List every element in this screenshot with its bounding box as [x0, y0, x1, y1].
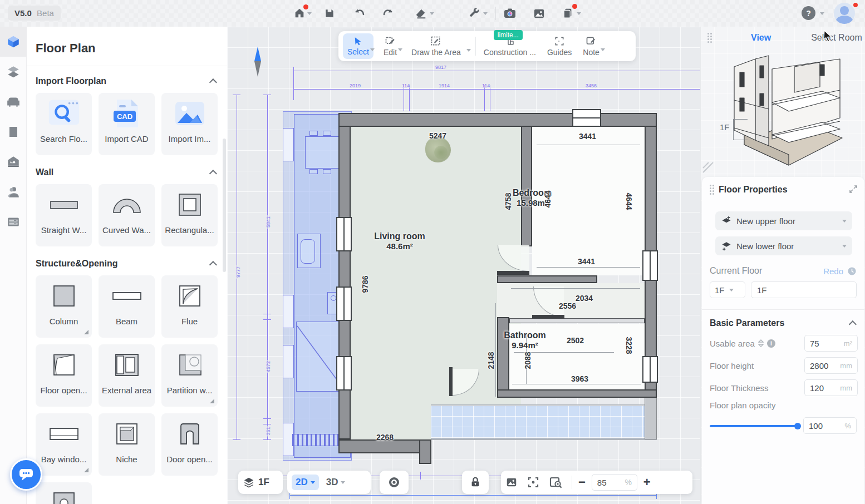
rail-item-people[interactable]: [0, 177, 27, 207]
floor-thickness-value[interactable]: [810, 383, 835, 393]
window-left-1[interactable]: [336, 217, 352, 251]
hall-door-leaf[interactable]: [532, 315, 564, 319]
usable-area-input[interactable]: m²: [804, 335, 858, 352]
floor-name-input[interactable]: [751, 281, 857, 298]
wall-divider-bedroom[interactable]: [521, 126, 532, 246]
undo-button[interactable]: [351, 6, 367, 21]
tools-caret-icon[interactable]: [483, 12, 488, 15]
card-external-area[interactable]: External area: [99, 344, 155, 407]
card-door-opening[interactable]: Door open...: [161, 413, 218, 476]
panel-scrollbar[interactable]: [223, 139, 226, 272]
drawing-canvas[interactable]: 9817 2019 114 1914 114 3456 9777 5841 45…: [227, 27, 700, 504]
lock-icon[interactable]: [469, 476, 481, 488]
home-caret-icon[interactable]: [307, 12, 312, 15]
tab-view[interactable]: View: [751, 33, 771, 43]
window-top[interactable]: [572, 109, 601, 127]
card-niche[interactable]: Niche: [99, 413, 155, 476]
wall-right-lower[interactable]: [645, 397, 657, 439]
wall-under-bedroom[interactable]: [497, 275, 597, 283]
construction-tool[interactable]: limite... Construction ...: [479, 33, 540, 59]
rail-item-cabinet[interactable]: [0, 207, 27, 237]
card-column[interactable]: Column: [36, 275, 92, 338]
eye-icon[interactable]: [387, 476, 401, 489]
balcony-door-leaf[interactable]: [449, 367, 453, 396]
select-caret-icon[interactable]: [370, 48, 375, 51]
card-floor-opening[interactable]: Floor open...: [36, 344, 92, 407]
window-right-2[interactable]: [642, 356, 658, 383]
save-button[interactable]: [322, 6, 337, 21]
balcony-floor[interactable]: [431, 404, 657, 439]
edit-caret-icon[interactable]: [398, 48, 402, 51]
rail-item-floorplan[interactable]: [0, 27, 27, 57]
note-tool[interactable]: Note: [578, 33, 604, 59]
mode-3d-button[interactable]: 3D: [322, 475, 350, 490]
expand-icon[interactable]: [849, 185, 858, 194]
rail-item-layers[interactable]: [0, 57, 27, 87]
sort-icon[interactable]: [758, 339, 764, 347]
opacity-input[interactable]: %: [803, 417, 857, 434]
screenshot-button[interactable]: [502, 6, 518, 21]
card-straight-wall[interactable]: Straight W...: [36, 184, 92, 246]
collapse-chevron-icon[interactable]: [209, 78, 217, 86]
card-curved-wall[interactable]: Curved Wa...: [99, 184, 155, 246]
collapse-chevron-icon[interactable]: [209, 261, 217, 269]
chat-support-button[interactable]: [10, 458, 42, 491]
mode-2d-button[interactable]: 2D: [292, 475, 319, 490]
background-image-icon[interactable]: [505, 476, 518, 488]
documents-button[interactable]: [560, 6, 576, 21]
select-tool[interactable]: Select: [343, 33, 373, 59]
wall-bathroom-bottom[interactable]: [497, 389, 657, 398]
wall-bathroom-left[interactable]: [497, 317, 509, 398]
info-icon[interactable]: i: [767, 339, 775, 348]
tools-button[interactable]: [466, 6, 482, 21]
drag-handle-icon[interactable]: [710, 185, 714, 195]
rail-item-furniture[interactable]: [0, 87, 27, 117]
window-right-1[interactable]: [642, 250, 658, 281]
history-clock-icon[interactable]: [847, 266, 857, 276]
compass-icon[interactable]: [253, 46, 263, 80]
zoom-in-button[interactable]: +: [641, 475, 653, 490]
collapse-chevron-icon[interactable]: [209, 170, 217, 177]
draw-area-caret-icon[interactable]: [466, 49, 471, 52]
bedroom-door-leaf[interactable]: [497, 271, 529, 275]
image-gallery-button[interactable]: [531, 6, 547, 21]
help-caret-icon[interactable]: [820, 12, 824, 15]
rail-item-doors-windows[interactable]: [0, 117, 27, 147]
card-rectangular-wall[interactable]: Rectangula...: [161, 184, 218, 246]
opacity-slider-knob[interactable]: [794, 423, 801, 429]
eraser-caret-icon[interactable]: [430, 12, 434, 15]
home-button[interactable]: [292, 6, 307, 21]
wall-bathroom-top[interactable]: [509, 318, 645, 323]
zoom-out-button[interactable]: −: [576, 475, 588, 490]
window-left-2[interactable]: [336, 286, 352, 321]
edit-tool[interactable]: Edit: [379, 33, 401, 59]
eraser-button[interactable]: [413, 6, 429, 21]
zoom-level-input[interactable]: 85 %: [592, 474, 637, 491]
floor-switcher[interactable]: 1F: [238, 471, 283, 494]
card-import-cad[interactable]: CAD Import CAD: [99, 93, 155, 155]
wall-left[interactable]: [338, 126, 351, 439]
floor-thickness-input[interactable]: mm: [804, 379, 858, 396]
resize-handle-icon[interactable]: [702, 160, 715, 174]
collapse-chevron-icon[interactable]: [849, 320, 857, 328]
opacity-value[interactable]: [809, 421, 834, 431]
focus-center-icon[interactable]: [527, 476, 540, 489]
card-beam[interactable]: Beam: [99, 275, 155, 338]
redo-link[interactable]: Redo: [823, 266, 843, 276]
window-left-3[interactable]: [336, 356, 352, 391]
draw-area-tool[interactable]: Draw the Area: [407, 33, 465, 59]
wall-top[interactable]: [338, 113, 657, 127]
usable-area-value[interactable]: [810, 339, 835, 348]
wall-step[interactable]: [419, 439, 431, 464]
new-upper-floor-button[interactable]: New upper floor: [715, 211, 852, 230]
card-search-floorplan[interactable]: Search Flo...: [36, 93, 92, 155]
opacity-slider-track[interactable]: [710, 425, 798, 427]
floor-select[interactable]: 1F: [710, 281, 745, 298]
card-bay-window[interactable]: Bay windo...: [36, 413, 92, 476]
card-partition-wall[interactable]: Partition w...: [161, 344, 218, 407]
documents-caret-icon[interactable]: [577, 12, 581, 15]
card-flue[interactable]: Flue: [161, 275, 218, 338]
redo-button[interactable]: [381, 6, 396, 21]
zoom-area-icon[interactable]: [549, 476, 563, 489]
card-import-image[interactable]: Import Im...: [161, 93, 218, 155]
